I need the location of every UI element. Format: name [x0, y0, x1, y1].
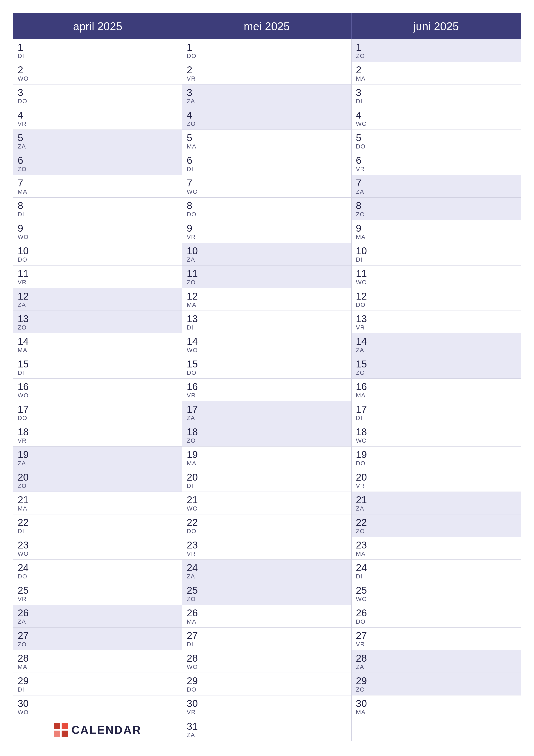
- day-cell-juni-24: 24DI: [352, 560, 521, 582]
- day-name: DO: [187, 211, 347, 218]
- day-name: ZO: [18, 641, 178, 648]
- day-name: DI: [18, 369, 178, 376]
- day-name: ZO: [187, 121, 347, 127]
- day-cell-mei-17: 17ZA: [182, 401, 351, 424]
- day-cell-juni-17: 17DI: [352, 401, 521, 424]
- day-cell-mei-23: 23VR: [182, 537, 351, 560]
- day-name: VR: [187, 709, 347, 716]
- day-name: ZO: [356, 211, 516, 218]
- day-name: WO: [18, 392, 178, 399]
- day-name: WO: [187, 505, 347, 512]
- day-num: 5: [18, 133, 178, 143]
- day-name: DI: [356, 573, 516, 580]
- day-num: 28: [356, 653, 516, 663]
- day-name: MA: [356, 233, 516, 240]
- day-name: VR: [18, 279, 178, 286]
- day-name: DO: [18, 573, 178, 580]
- day-num: 20: [18, 472, 178, 482]
- day-num: 29: [356, 676, 516, 686]
- day-cell-april-30: 30WO: [13, 695, 182, 718]
- day-name: VR: [356, 166, 516, 173]
- day-num: 7: [18, 178, 178, 188]
- day-cell-mei-16: 16VR: [182, 379, 351, 401]
- day-cell-mei-5: 5MA: [182, 130, 351, 152]
- day-cell-juni-28: 28ZA: [352, 650, 521, 673]
- logo-text: CALENDAR: [71, 723, 141, 736]
- day-name: DO: [187, 53, 347, 60]
- day-num: 24: [356, 563, 516, 573]
- day-name: WO: [18, 233, 178, 240]
- day-name: WO: [187, 663, 347, 670]
- day-cell-mei-20: 20DI: [182, 469, 351, 492]
- day-name: DI: [187, 166, 347, 173]
- day-cell-april-1: 1DI: [13, 39, 182, 62]
- day-name: DI: [187, 482, 347, 489]
- day-cell-mei-27: 27DI: [182, 628, 351, 650]
- day-num: 17: [356, 404, 516, 414]
- day-name: WO: [356, 121, 516, 127]
- day-num: 22: [187, 517, 347, 527]
- day-name: DO: [356, 143, 516, 150]
- day-name: DI: [18, 211, 178, 218]
- day-cell-mei-9: 9VR: [182, 220, 351, 243]
- day-cell-mei-22: 22DO: [182, 514, 351, 537]
- day-cell-juni-12: 12DO: [352, 288, 521, 311]
- day-cell-mei-28: 28WO: [182, 650, 351, 673]
- day-num: 8: [187, 201, 347, 210]
- day-name: DO: [356, 302, 516, 309]
- day-num: 27: [356, 631, 516, 640]
- day-cell-mei-2: 2VR: [182, 62, 351, 85]
- day-name: ZO: [356, 528, 516, 535]
- day-cell-juni-6: 6VR: [352, 152, 521, 175]
- day-num: 18: [356, 427, 516, 437]
- day-cell-mei-11: 11ZO: [182, 265, 351, 288]
- day-cell-mei-25: 25ZO: [182, 582, 351, 605]
- day-num: 14: [356, 337, 516, 346]
- logo-sq3: [54, 731, 60, 737]
- day-num: 13: [187, 314, 347, 324]
- day-num: 25: [356, 585, 516, 595]
- day-num: 6: [356, 155, 516, 165]
- day-num: 7: [187, 178, 347, 188]
- day-cell-april-19: 19ZA: [13, 446, 182, 469]
- day-name: WO: [18, 551, 178, 557]
- day-name: ZO: [18, 324, 178, 331]
- day-num: 9: [18, 223, 178, 233]
- day-name: DI: [187, 641, 347, 648]
- calendar-logo-icon: [54, 723, 67, 737]
- day-num: 3: [187, 88, 347, 97]
- day-cell-juni-19: 19DO: [352, 446, 521, 469]
- day-num: 11: [356, 269, 516, 279]
- day-name: ZA: [18, 460, 178, 467]
- day-cell-april-5: 5ZA: [13, 130, 182, 152]
- day-cell-april-10: 10DO: [13, 243, 182, 265]
- day-num: 23: [18, 540, 178, 550]
- day-num: 12: [18, 291, 178, 301]
- day-name: MA: [18, 663, 178, 670]
- day-cell-april-20: 20ZO: [13, 469, 182, 492]
- day-name: WO: [187, 347, 347, 354]
- day-name: VR: [187, 551, 347, 557]
- day-name: WO: [187, 188, 347, 195]
- day-num: 20: [356, 472, 516, 482]
- day-num: 13: [18, 314, 178, 324]
- day-cell-juni-13: 13VR: [352, 311, 521, 334]
- day-num: 18: [18, 427, 178, 437]
- logo-cell: CALENDAR: [13, 718, 182, 741]
- day-name: ZA: [187, 256, 347, 263]
- day-num: 24: [187, 563, 347, 573]
- day-name: ZA: [356, 188, 516, 195]
- day-num: 19: [356, 449, 516, 459]
- day-name: MA: [356, 551, 516, 557]
- day-name: ZA: [18, 618, 178, 625]
- day-cell-april-6: 6ZO: [13, 152, 182, 175]
- day-num: 15: [356, 359, 516, 369]
- day-cell-mei-18: 18ZO: [182, 424, 351, 446]
- day-cell-april-12: 12ZA: [13, 288, 182, 311]
- day-num: 25: [187, 585, 347, 595]
- day-num: 20: [187, 472, 347, 482]
- day-name: DO: [356, 618, 516, 625]
- day-name: WO: [356, 279, 516, 286]
- day-num: 1: [18, 42, 178, 52]
- day-cell-juni-7: 7ZA: [352, 175, 521, 198]
